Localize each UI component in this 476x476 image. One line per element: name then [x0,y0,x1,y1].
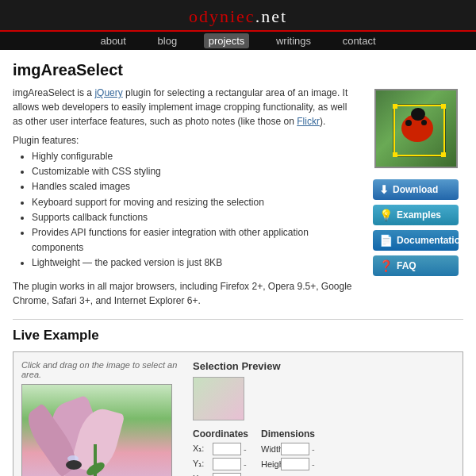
dimensions-column: Dimensions Width: - Height: - [261,428,315,477]
faq-icon: ❓ [379,259,393,272]
x2-row: X₂: - [193,473,248,477]
bee-body [66,460,82,470]
handle-br [441,152,446,157]
nav-projects[interactable]: projects [204,33,250,48]
documentation-button[interactable]: 📄 Documentation [373,230,459,251]
ladybug-image [374,89,458,168]
ladybug-spot2 [421,120,427,125]
main-content: imgAreaSelect imgAreaSelect is a jQuery … [0,50,476,476]
handle-tl [393,104,397,109]
list-item: Customizable with CSS styling [32,164,357,179]
height-row: Height: - [261,458,315,470]
ladybug-head [411,108,425,121]
width-dash: - [312,444,315,454]
preview-image [193,377,244,420]
plugin-label: Plugin features: [13,135,357,146]
image-area: Click and drag on the image to select an… [21,360,180,477]
example-image[interactable] [21,384,172,477]
site-title-part1: odyniec [189,6,255,26]
y1-row: Y₁: - [193,458,248,470]
width-input[interactable] [281,443,309,455]
list-item: Provides API functions for easier integr… [32,225,357,255]
examples-icon: 💡 [379,209,393,221]
live-example-area: Click and drag on the image to select an… [13,351,463,477]
x2-input[interactable] [213,473,241,477]
ladybug-spot1 [405,120,412,126]
list-item: Lightweight — the packed version is just… [32,255,357,271]
nav-about[interactable]: about [95,33,131,48]
x1-label: X₁: [193,443,210,454]
coordinates-label: Coordinates [193,428,248,440]
x1-row: X₁: - [193,443,248,455]
y1-label: Y₁: [193,459,210,469]
y1-input[interactable] [213,458,241,470]
site-header: odyniec.net [0,0,476,30]
faq-label: FAQ [397,260,416,271]
dimensions-label: Dimensions [261,428,315,440]
x1-input[interactable] [213,443,241,455]
site-title: odyniec.net [189,6,287,26]
live-example-title: Live Example [13,328,463,344]
download-button[interactable]: ⬇ Download [373,179,459,200]
height-dash: - [312,459,315,469]
coords-dims: Coordinates X₁: - Y₁: - X₂: - [193,428,455,477]
download-label: Download [393,184,438,195]
documentation-label: Documentation [397,235,466,246]
sidebar: ⬇ Download 💡 Examples 📄 Documentation ❓ … [368,86,463,308]
examples-label: Examples [397,209,441,221]
nav-contact[interactable]: contact [338,33,381,48]
page-title: imgAreaSelect [13,61,463,79]
documentation-icon: 📄 [379,234,393,247]
y1-dash: - [244,459,247,469]
x1-dash: - [244,444,247,454]
examples-button[interactable]: 💡 Examples [373,205,459,225]
download-icon: ⬇ [379,183,389,196]
height-label: Height: [261,459,278,469]
intro-paragraph: imgAreaSelect is a jQuery plugin for sel… [13,86,357,129]
selection-preview-label: Selection Preview [193,360,455,372]
intro-text-prefix: imgAreaSelect is a [13,87,94,98]
height-input[interactable] [281,458,309,470]
intro-end: ). [320,116,325,127]
list-item: Handles scaled images [32,179,357,194]
main-nav: about blog projects writings contact [0,30,476,50]
handle-bl [393,152,397,157]
click-drag-label: Click and drag on the image to select an… [21,360,180,379]
site-title-part2: .net [255,6,287,26]
footer-text: The plugin works in all major browsers, … [13,279,357,308]
nav-writings[interactable]: writings [271,33,316,48]
jquery-link[interactable]: jQuery [94,87,122,98]
features-list: Highly configurable Customizable with CS… [13,149,357,271]
list-item: Highly configurable [32,149,357,164]
flickr-link[interactable]: Flickr [297,116,320,127]
list-item: Keyboard support for moving and resizing… [32,195,357,210]
width-label: Width: [261,444,278,454]
width-row: Width: - [261,443,315,455]
handle-tr [441,104,446,109]
coordinates-column: Coordinates X₁: - Y₁: - X₂: - [193,428,248,477]
list-item: Supports callback functions [32,210,357,225]
section-divider [13,319,463,320]
preview-area: Selection Preview Coordinates X₁: - Y₁: … [193,360,455,477]
faq-button[interactable]: ❓ FAQ [373,255,459,276]
text-content: imgAreaSelect is a jQuery plugin for sel… [13,86,357,308]
content-area: imgAreaSelect is a jQuery plugin for sel… [13,86,463,308]
nav-blog[interactable]: blog [153,33,182,48]
